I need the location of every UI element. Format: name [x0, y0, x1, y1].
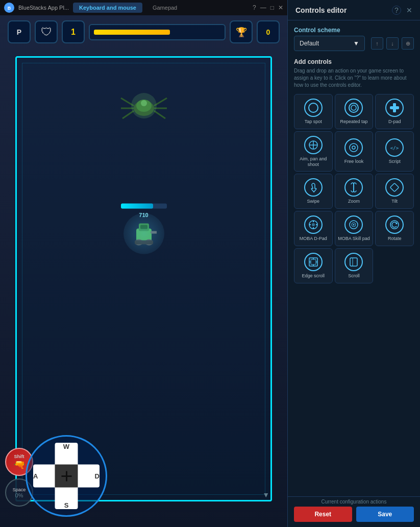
free-look-label: Free look [344, 159, 364, 164]
bottom-controls: Shift 🔫 Space 0% [0, 435, 287, 517]
control-moba-skill-pad[interactable]: MOBA Skill pad [335, 211, 374, 246]
scheme-share-btn[interactable]: ⊕ [402, 37, 414, 50]
control-scroll[interactable]: Scroll [335, 248, 374, 283]
title-bar: B BlueStacks App Pl... Keyboard and mous… [0, 0, 287, 15]
swipe-icon [304, 178, 323, 197]
zoom-icon [344, 178, 363, 197]
svg-point-11 [131, 93, 157, 118]
control-moba-dpad[interactable]: MOBA D-Pad [294, 211, 333, 246]
dpad-icon-label: D-pad [388, 119, 401, 125]
app-icon: B [4, 3, 14, 13]
scheme-action-icons: ↑ ↓ ⊕ [371, 37, 414, 50]
control-aim-pan-shoot[interactable]: Aim, pan and shoot [294, 131, 333, 172]
control-repeated-tap[interactable]: Repeated tap [335, 94, 374, 129]
hud-lives: 1 [62, 20, 85, 43]
footer-label: Current configuration actions [322, 499, 387, 505]
free-look-icon [344, 138, 363, 157]
scroll-arrow: ▼ [262, 491, 269, 499]
repeated-tap-label: Repeated tap [340, 119, 367, 125]
swipe-label: Swipe [307, 199, 320, 204]
help-btn[interactable]: ? [253, 4, 256, 11]
control-free-look[interactable]: Free look [335, 131, 374, 172]
panel-header-icons: ? ✕ [392, 6, 412, 15]
control-zoom[interactable]: Zoom [335, 174, 374, 209]
panel-body: Control scheme Default ▼ ↑ ↓ ⊕ Add contr… [288, 20, 420, 496]
app-title: BlueStacks App Pl... [18, 5, 69, 11]
svg-rect-33 [390, 183, 399, 192]
boss-character [113, 85, 175, 136]
panel-title: Controls editor [295, 6, 347, 14]
dpad-icon [385, 99, 404, 117]
svg-rect-46 [311, 259, 316, 265]
control-dpad[interactable]: D-pad [375, 94, 414, 129]
svg-line-6 [122, 111, 134, 118]
svg-point-22 [349, 103, 358, 112]
script-label: Script [389, 159, 401, 164]
maximize-btn[interactable]: □ [270, 4, 274, 11]
svg-point-23 [351, 105, 356, 110]
dpad-d-label: D [95, 472, 100, 480]
moba-dpad-icon [304, 215, 323, 234]
svg-line-9 [154, 111, 165, 118]
footer-buttons: Reset Save [294, 507, 414, 522]
control-edge-scroll[interactable]: Edge scroll [294, 248, 333, 283]
moba-dpad-label: MOBA D-Pad [300, 236, 327, 242]
tap-spot-label: Tap spot [305, 119, 322, 125]
scheme-dropdown[interactable]: Default ▼ [294, 36, 365, 51]
add-controls-section: Add controls Drag and drop an action on … [294, 58, 414, 283]
save-button[interactable]: Save [356, 507, 414, 522]
moba-skill-pad-label: MOBA Skill pad [338, 236, 370, 242]
moba-skill-pad-icon [344, 215, 363, 234]
controls-grid: Tap spot Repeated tap [294, 94, 414, 283]
control-script[interactable]: </> Script [375, 131, 414, 172]
dpad-a-label: A [33, 472, 38, 480]
aim-pan-shoot-icon [304, 136, 323, 154]
reset-button[interactable]: Reset [294, 507, 352, 522]
tab-gamepad[interactable]: Gamepad [146, 3, 183, 13]
minimize-btn[interactable]: — [260, 4, 266, 11]
svg-point-42 [353, 224, 355, 226]
dpad-w-label: W [63, 443, 69, 450]
panel-footer: Current configuration actions Reset Save [288, 496, 420, 527]
svg-point-31 [352, 146, 355, 149]
svg-rect-26 [393, 103, 396, 112]
hud-xp-fill [94, 30, 170, 35]
control-swipe[interactable]: Swipe [294, 174, 333, 209]
control-tilt[interactable]: Tilt [375, 174, 414, 209]
close-btn[interactable]: ✕ [278, 4, 283, 11]
svg-point-35 [312, 223, 315, 226]
arena-inner: 710 [22, 63, 265, 495]
hud-coin-icon: 🏆 [230, 20, 253, 43]
boss-sprite [113, 85, 175, 136]
scheme-label: Control scheme [294, 27, 414, 34]
tilt-label: Tilt [391, 199, 398, 204]
aim-pan-shoot-label: Aim, pan and shoot [297, 156, 330, 167]
control-tap-spot[interactable]: Tap spot [294, 94, 333, 129]
scroll-icon [344, 253, 363, 271]
scheme-upload-btn[interactable]: ↑ [371, 37, 383, 50]
hud-coin-count: 0 [257, 20, 280, 43]
game-area: B BlueStacks App Pl... Keyboard and mous… [0, 0, 287, 527]
panel-close-icon[interactable]: ✕ [406, 6, 412, 14]
scheme-row: Default ▼ ↑ ↓ ⊕ [294, 36, 414, 51]
hud-p-button[interactable]: P [8, 20, 31, 43]
window-controls: ? — □ ✕ [253, 4, 283, 11]
dpad-s-label: S [64, 501, 69, 509]
svg-text:B: B [8, 6, 11, 11]
tilt-icon [385, 178, 404, 197]
hud-shield: 🛡 [35, 20, 58, 43]
player-character: 710 [121, 203, 167, 251]
svg-point-21 [309, 103, 318, 112]
scroll-label: Scroll [348, 273, 360, 279]
scheme-download-btn[interactable]: ↓ [386, 37, 399, 50]
control-scheme-section: Control scheme Default ▼ ↑ ↓ ⊕ [294, 27, 414, 51]
dpad-container[interactable]: W A D S [26, 435, 107, 517]
game-screen: P 🛡 1 🏆 0 [0, 15, 287, 527]
edge-scroll-icon [304, 253, 323, 271]
control-rotate[interactable]: Rotate [375, 211, 414, 246]
panel-help-icon[interactable]: ? [392, 6, 401, 15]
controls-panel: Controls editor ? ✕ Control scheme Defau… [287, 0, 420, 527]
tab-keyboard-mouse[interactable]: Keyboard and mouse [73, 3, 142, 13]
hud-top: P 🛡 1 🏆 0 [0, 20, 287, 43]
rotate-label: Rotate [388, 236, 402, 242]
